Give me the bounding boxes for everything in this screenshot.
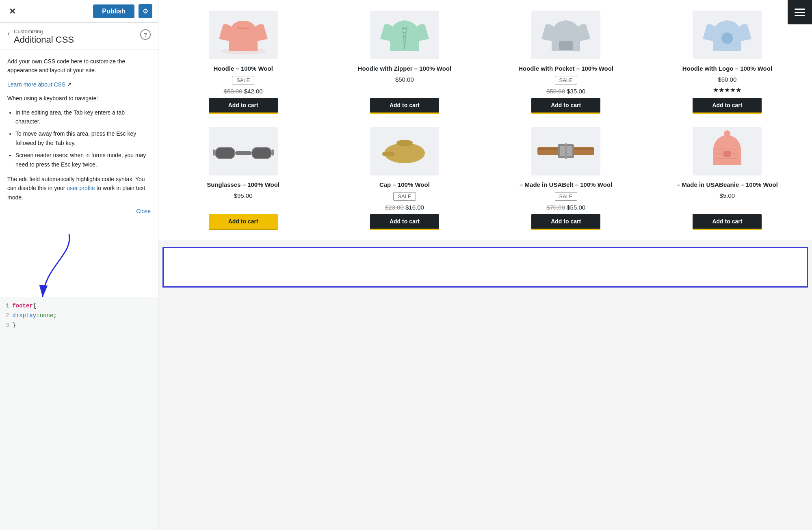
add-to-cart-button-6[interactable]: Add to cart xyxy=(370,214,439,230)
keyboard-instructions: In the editing area, the Tab key enters … xyxy=(15,108,151,169)
product-stars-4: ★★★★★ xyxy=(713,86,741,94)
product-image-8 xyxy=(693,127,762,175)
code-line-1: footer{ xyxy=(12,301,156,311)
product-name-5: Sunglasses – 100% Wool xyxy=(207,180,279,189)
product-image-6 xyxy=(370,127,439,175)
svg-point-2 xyxy=(239,22,247,28)
add-to-cart-button-5[interactable]: Add to cart xyxy=(209,214,278,230)
learn-more-link[interactable]: Learn more about CSS xyxy=(7,81,65,88)
add-to-cart-button-2[interactable]: Add to cart xyxy=(370,98,439,114)
belt-image xyxy=(535,137,596,165)
product-card-6: Cap – 100% Wool SALE $23.00 $16.00 Add t… xyxy=(324,120,485,236)
products-grid: Hoodie – 100% Wool SALE $50.00 $42.00 Ad… xyxy=(158,0,812,240)
hoodie-image-1 xyxy=(217,15,270,55)
hamburger-menu[interactable] xyxy=(788,0,812,24)
bullet-2: To move away from this area, press the E… xyxy=(15,129,151,147)
svg-point-32 xyxy=(724,130,730,137)
product-name-2: Hoodie with Zipper – 100% Wool xyxy=(358,64,452,73)
svg-point-10 xyxy=(723,20,731,27)
svg-point-6 xyxy=(401,20,409,27)
gear-button[interactable]: ⚙ xyxy=(139,4,152,18)
product-name-3: Hoodie with Pocket – 100% Wool xyxy=(518,64,613,73)
svg-rect-27 xyxy=(565,143,567,159)
close-button[interactable]: ✕ xyxy=(6,5,19,18)
product-card-4: Hoodie with Logo – 100% Wool $50.00 ★★★★… xyxy=(647,4,808,120)
close-link[interactable]: Close xyxy=(7,207,151,216)
sale-badge-7: SALE xyxy=(555,192,577,201)
product-price-5: $95.00 xyxy=(234,192,253,199)
svg-rect-16 xyxy=(213,149,215,156)
add-to-cart-button-4[interactable]: Add to cart xyxy=(693,98,762,114)
product-price-6: $23.00 $16.00 xyxy=(385,204,424,211)
cap-image xyxy=(378,131,431,171)
svg-rect-13 xyxy=(235,151,251,155)
customizing-title: Additional CSS xyxy=(14,35,74,45)
product-name-4: Hoodie with Logo – 100% Wool xyxy=(682,64,772,73)
beanie-image xyxy=(705,129,749,173)
product-card-5: Sunglasses – 100% Wool $95.00 Add to car… xyxy=(162,120,324,236)
user-profile-link[interactable]: user profile xyxy=(67,185,95,191)
sale-badge-3: SALE xyxy=(555,76,577,84)
product-image-1 xyxy=(209,11,278,59)
svg-rect-19 xyxy=(252,148,271,158)
bullet-1: In the editing area, the Tab key enters … xyxy=(15,108,151,126)
learn-more-arrow: ↗ xyxy=(67,81,72,88)
svg-point-9 xyxy=(721,32,733,44)
product-price-3: $50.00 $35.00 xyxy=(546,88,585,95)
help-button[interactable]: ? xyxy=(140,29,151,40)
hamburger-icon xyxy=(795,9,805,16)
sunglasses-image xyxy=(213,135,274,167)
code-content[interactable]: footer{ display:none; } xyxy=(12,297,158,530)
product-price-2: $50.00 xyxy=(395,76,414,83)
svg-rect-31 xyxy=(723,151,731,157)
svg-rect-18 xyxy=(216,148,234,158)
line-numbers: 1 2 3 xyxy=(0,297,12,530)
product-price-7: $70.00 $55.00 xyxy=(546,204,585,211)
product-name-8: – Made in USABeanie – 100% Wool xyxy=(677,180,778,189)
sale-badge-1: SALE xyxy=(232,76,254,84)
back-button[interactable]: ‹ xyxy=(7,29,10,38)
product-price-4: $50.00 xyxy=(718,76,736,83)
hoodie-pocket-image xyxy=(539,15,592,55)
publish-button[interactable]: Publish xyxy=(93,4,134,18)
keyboard-heading: When using a keyboard to navigate: xyxy=(7,94,151,103)
product-name-1: Hoodie – 100% Wool xyxy=(213,64,273,73)
product-card-7: – Made in USABelt – 100% Wool SALE $70.0… xyxy=(485,120,647,236)
code-area[interactable]: 1 2 3 footer{ display:none; } xyxy=(0,297,158,530)
add-to-cart-button-8[interactable]: Add to cart xyxy=(693,214,762,230)
learn-more-p: Learn more about CSS ↗ xyxy=(7,80,151,89)
svg-point-21 xyxy=(396,140,413,146)
top-bar: ✕ Publish ⚙ xyxy=(0,0,158,23)
product-name-7: – Made in USABelt – 100% Wool xyxy=(520,180,612,189)
panel-content: Add your own CSS code here to customize … xyxy=(0,50,158,297)
product-price-8: $5.00 xyxy=(720,192,735,199)
edit-field-text: The edit field automatically highlights … xyxy=(7,175,151,202)
left-panel: ✕ Publish ⚙ ‹ Customizing Additional CSS… xyxy=(0,0,158,530)
footer-highlight-area xyxy=(162,247,808,288)
customizing-header: ‹ Customizing Additional CSS ? xyxy=(0,23,158,50)
bullet-3: Screen reader users: when in forms mode,… xyxy=(15,151,151,169)
hoodie-zipper-image xyxy=(378,15,431,55)
sale-badge-6: SALE xyxy=(393,192,416,201)
product-card-2: Hoodie with Zipper – 100% Wool $50.00 Ad… xyxy=(324,4,485,120)
add-to-cart-button-1[interactable]: Add to cart xyxy=(209,98,278,114)
product-card-8: – Made in USABeanie – 100% Wool $5.00 Ad… xyxy=(647,120,808,236)
code-line-2: display:none; xyxy=(12,311,156,321)
customizing-label: Customizing xyxy=(14,28,74,35)
code-line-3: } xyxy=(12,321,156,331)
svg-rect-17 xyxy=(272,149,274,156)
add-to-cart-button-7[interactable]: Add to cart xyxy=(531,214,600,230)
product-card-3: Hoodie with Pocket – 100% Wool SALE $50.… xyxy=(485,4,647,120)
product-name-6: Cap – 100% Wool xyxy=(379,180,430,189)
svg-point-8 xyxy=(562,20,570,27)
product-image-7 xyxy=(531,127,600,175)
right-panel: Hoodie – 100% Wool SALE $50.00 $42.00 Ad… xyxy=(158,0,812,530)
add-to-cart-button-3[interactable]: Add to cart xyxy=(531,98,600,114)
intro-text: Add your own CSS code here to customize … xyxy=(7,57,151,75)
product-price-1: $50.00 $42.00 xyxy=(224,88,263,95)
svg-rect-22 xyxy=(382,152,394,156)
product-image-3 xyxy=(531,11,600,59)
svg-rect-7 xyxy=(559,41,573,50)
hoodie-logo-image xyxy=(701,15,754,55)
product-image-4 xyxy=(693,11,762,59)
